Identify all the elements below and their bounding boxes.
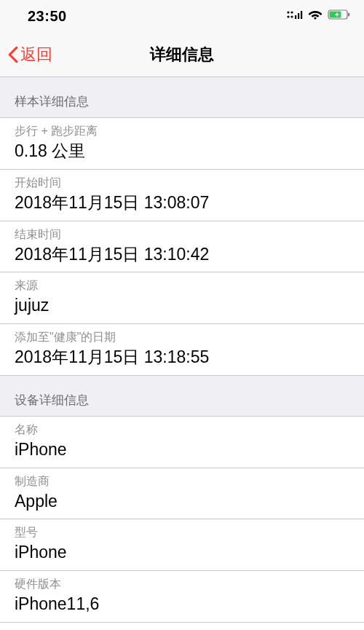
source-label: 来源 — [15, 278, 349, 294]
end-value: 2018年11月15日 13:10:42 — [15, 244, 349, 265]
chevron-left-icon — [7, 46, 19, 63]
back-button[interactable]: 返回 — [7, 44, 52, 66]
svg-point-1 — [290, 11, 293, 13]
added-value: 2018年11月15日 13:18:55 — [15, 347, 349, 368]
row-added-date: 添加至"健康"的日期 2018年11月15日 13:18:55 — [0, 323, 364, 376]
svg-point-0 — [287, 11, 289, 13]
row-device-name: 名称 iPhone — [0, 416, 364, 468]
nav-bar: 返回 详细信息 — [0, 32, 364, 77]
device-name-value: iPhone — [15, 439, 349, 460]
wifi-icon — [308, 9, 323, 23]
distance-value: 0.18 公里 — [15, 141, 349, 162]
status-time: 23:50 — [13, 8, 67, 25]
row-hardware: 硬件版本 iPhone11,6 — [0, 570, 364, 622]
manufacturer-label: 制造商 — [15, 474, 349, 489]
end-label: 结束时间 — [15, 227, 349, 243]
start-value: 2018年11月15日 13:08:07 — [15, 192, 349, 213]
svg-rect-10 — [330, 12, 341, 18]
hardware-label: 硬件版本 — [15, 577, 349, 592]
svg-point-3 — [290, 15, 293, 17]
device-name-label: 名称 — [15, 422, 349, 438]
start-label: 开始时间 — [15, 176, 349, 191]
row-end-time: 结束时间 2018年11月15日 13:10:42 — [0, 221, 364, 272]
row-start-time: 开始时间 2018年11月15日 13:08:07 — [0, 169, 364, 221]
cellular-icon — [287, 9, 303, 23]
row-software: 软件版本 12.1 — [0, 622, 364, 630]
added-label: 添加至"健康"的日期 — [15, 330, 349, 345]
row-source: 来源 jujuz — [0, 272, 364, 323]
hardware-value: iPhone11,6 — [15, 594, 349, 615]
status-icons — [287, 9, 351, 23]
page-title: 详细信息 — [0, 44, 364, 66]
section-header-sample: 样本详细信息 — [0, 77, 364, 117]
status-bar: 23:50 — [0, 0, 364, 32]
svg-rect-9 — [348, 13, 349, 17]
svg-rect-5 — [298, 13, 299, 19]
svg-point-2 — [287, 15, 289, 17]
row-distance: 步行 + 跑步距离 0.18 公里 — [0, 117, 364, 169]
manufacturer-value: Apple — [15, 491, 349, 512]
svg-point-7 — [314, 17, 316, 19]
battery-icon — [328, 9, 351, 23]
back-label: 返回 — [20, 44, 52, 66]
source-value: jujuz — [15, 295, 349, 316]
svg-rect-6 — [301, 11, 302, 19]
row-model: 型号 iPhone — [0, 519, 364, 570]
distance-label: 步行 + 跑步距离 — [15, 124, 349, 139]
row-manufacturer: 制造商 Apple — [0, 468, 364, 519]
model-label: 型号 — [15, 525, 349, 540]
svg-rect-4 — [295, 15, 296, 19]
model-value: iPhone — [15, 542, 349, 563]
section-header-device: 设备详细信息 — [0, 376, 364, 416]
